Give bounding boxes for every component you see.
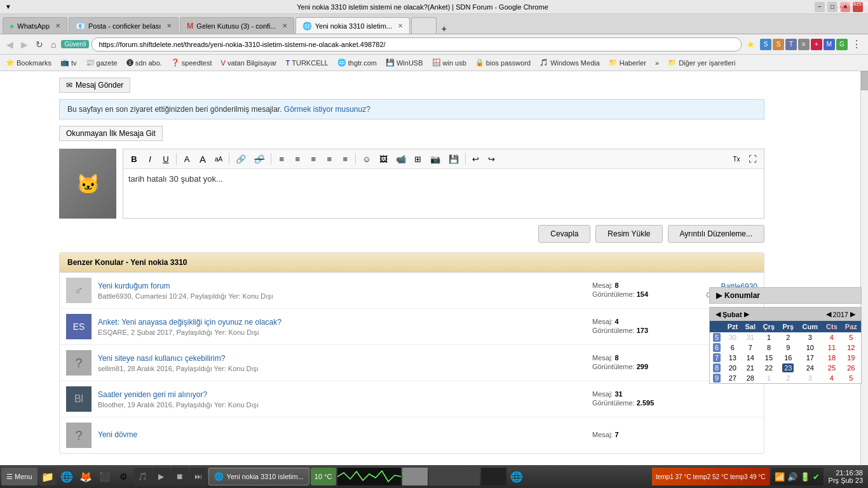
cal-day-26[interactable]: 26 <box>841 363 861 373</box>
week-num-9[interactable]: 9 <box>713 374 721 383</box>
taskbar-icon-4[interactable]: ⏭ <box>189 468 207 485</box>
bold-button[interactable]: B <box>127 152 141 166</box>
cal-day-24[interactable]: 24 <box>797 363 822 373</box>
reply-button[interactable]: Cevapla <box>538 225 590 243</box>
cal-day-12[interactable]: 12 <box>841 342 861 353</box>
cal-day-4b-outside[interactable]: 4 <box>822 373 841 383</box>
cal-day-27[interactable]: 27 <box>724 373 742 383</box>
taskbar-files-icon[interactable]: 📁 <box>39 468 57 485</box>
cal-day-30-outside[interactable]: 30 <box>724 332 742 342</box>
tab-posta[interactable]: 📧 Posta - conficker belası ✕ <box>69 17 179 34</box>
unlink-button[interactable]: 🔗 <box>251 152 268 166</box>
italic-button[interactable]: I <box>143 152 157 166</box>
taskbar-app-nokia[interactable]: 🌐 Yeni nokia 3310 isletim... <box>208 468 309 485</box>
cal-day-14[interactable]: 14 <box>742 353 759 363</box>
minimize-button[interactable]: − <box>815 2 825 12</box>
cal-day-3b-outside[interactable]: 3 <box>797 373 822 383</box>
cal-next-month[interactable]: ▶ <box>742 310 751 318</box>
cal-day-4[interactable]: 4 <box>822 332 841 342</box>
forward-button[interactable]: ▶ <box>18 38 31 51</box>
cal-prev-month[interactable]: ◀ <box>714 310 722 318</box>
topic-title-2[interactable]: Anket: Yeni anayasa değişikliği için oyu… <box>98 318 586 327</box>
topic-title-4[interactable]: Saatler yeniden geri mi alınıyor? <box>98 390 586 399</box>
taskbar-icon-1[interactable]: 🎵 <box>134 468 152 485</box>
scrollbar-track[interactable] <box>860 71 868 465</box>
week-num-7[interactable]: 7 <box>713 353 721 362</box>
bookmark-thgtr[interactable]: 🌐 thgtr.com <box>336 57 379 68</box>
cal-day-7[interactable]: 7 <box>742 342 759 353</box>
align-button[interactable]: ≡ <box>275 152 288 166</box>
expand-button[interactable]: ⛶ <box>745 152 760 166</box>
camera-button[interactable]: 📷 <box>427 152 444 166</box>
ext-icon-4[interactable]: ≡ <box>798 39 810 50</box>
topic-title-1[interactable]: Yeni kurduğum forum <box>98 281 586 290</box>
unread-message-button[interactable]: Okunmayan İlk Mesaja Git <box>59 126 163 141</box>
security-icon[interactable]: ✔ <box>813 472 820 482</box>
cal-prev-year[interactable]: ◀ <box>824 310 833 318</box>
topic-title-5[interactable]: Yeni dövme <box>98 430 586 439</box>
notification-link[interactable]: Görmek istiyor musunuz? <box>284 105 370 114</box>
cal-day-21[interactable]: 21 <box>742 363 759 373</box>
week-num-5[interactable]: 5 <box>713 333 721 342</box>
cal-next-year[interactable]: ▶ <box>848 310 857 318</box>
battery-icon[interactable]: 🔋 <box>800 472 810 482</box>
tab-posta-close[interactable]: ✕ <box>166 22 172 29</box>
cal-day-31-outside[interactable]: 31 <box>742 332 759 342</box>
redo-button[interactable]: ↪ <box>485 152 499 166</box>
ext-icon-7[interactable]: G <box>836 39 848 50</box>
cal-day-5[interactable]: 5 <box>841 332 861 342</box>
cal-day-20[interactable]: 20 <box>724 363 742 373</box>
cal-day-1b-outside[interactable]: 1 <box>759 373 778 383</box>
maximize-button[interactable]: □ <box>827 2 837 12</box>
network-icon[interactable]: 📶 <box>775 472 785 482</box>
bookmark-vatan[interactable]: V vatan Bilgisayar <box>219 58 279 68</box>
media-button[interactable]: 📹 <box>393 152 409 166</box>
font-size2-button[interactable]: aA <box>212 152 226 166</box>
topic-title-3[interactable]: Yeni siteye nasıl kullanıcı çekebilirim? <box>98 354 586 363</box>
bookmark-gazete[interactable]: 📰 gazete <box>84 57 119 68</box>
cal-day-8[interactable]: 8 <box>759 342 778 353</box>
cal-day-28[interactable]: 28 <box>742 373 759 383</box>
week-num-8[interactable]: 8 <box>713 363 721 372</box>
list3-button[interactable]: ≡ <box>322 152 336 166</box>
tab-nokia-close[interactable]: ✕ <box>398 22 403 29</box>
bookmark-more[interactable]: » <box>653 58 661 68</box>
taskbar-settings-icon[interactable]: ⚙ <box>115 468 133 485</box>
address-input[interactable] <box>92 37 742 51</box>
bookmark-diger[interactable]: 📁 Diğer yer işaretleri <box>666 57 737 68</box>
tab-whatsapp[interactable]: ● WhatsApp ✕ <box>3 17 67 34</box>
taskbar-icon-3[interactable]: ⏹ <box>171 468 189 485</box>
cal-day-23-today[interactable]: 23 <box>778 363 797 373</box>
cal-day-18[interactable]: 18 <box>822 353 841 363</box>
taskbar-firefox-icon[interactable]: 🦊 <box>77 468 95 485</box>
cal-day-1[interactable]: 1 <box>759 332 778 342</box>
cal-day-25[interactable]: 25 <box>822 363 841 373</box>
advanced-edit-button[interactable]: Ayrıntılı Düzenleme... <box>668 225 765 243</box>
ext-icon-2[interactable]: S <box>773 39 784 50</box>
emoji-button[interactable]: ☺ <box>359 152 374 166</box>
tab-gelen[interactable]: M Gelen Kutusu (3) - confi... ✕ <box>180 17 294 34</box>
image-button[interactable]: 🖼 <box>376 152 391 166</box>
taskbar-chrome-icon[interactable]: 🌐 <box>58 468 76 485</box>
bookmark-bios[interactable]: 🔒 bios password <box>473 57 532 68</box>
taskbar-terminal-icon[interactable]: ⬛ <box>96 468 114 485</box>
system-clock[interactable]: 21:16:38 Prş Şub 23 <box>825 468 867 485</box>
bookmark-star-button[interactable]: ★ <box>744 38 757 51</box>
scrollbar-thumb[interactable] <box>861 71 868 90</box>
taskbar-chrome2-icon[interactable]: 🌐 <box>508 468 526 485</box>
bookmark-sdn[interactable]: 🅢 sdn abo. <box>125 58 164 68</box>
bookmark-winusb[interactable]: 💾 WinUSB <box>384 57 425 68</box>
cal-day-3[interactable]: 3 <box>797 332 822 342</box>
bookmark-winusb2[interactable]: 🪟 win usb <box>430 57 468 68</box>
cal-day-17[interactable]: 17 <box>797 353 822 363</box>
font-size1-button[interactable]: A <box>196 152 210 166</box>
bookmark-turkcell[interactable]: T TURKCELL <box>284 58 330 68</box>
volume-icon[interactable]: 🔊 <box>787 472 797 482</box>
cal-day-6[interactable]: 6 <box>724 342 742 353</box>
cal-day-2[interactable]: 2 <box>778 332 797 342</box>
list1-button[interactable]: ≡ <box>290 152 304 166</box>
taskbar-icon-2[interactable]: ▶ <box>153 468 170 485</box>
cal-day-16[interactable]: 16 <box>778 353 797 363</box>
new-tab-button[interactable]: + <box>438 24 451 34</box>
editor-content[interactable]: tarih hatalı 30 şubat yok... <box>123 169 764 214</box>
